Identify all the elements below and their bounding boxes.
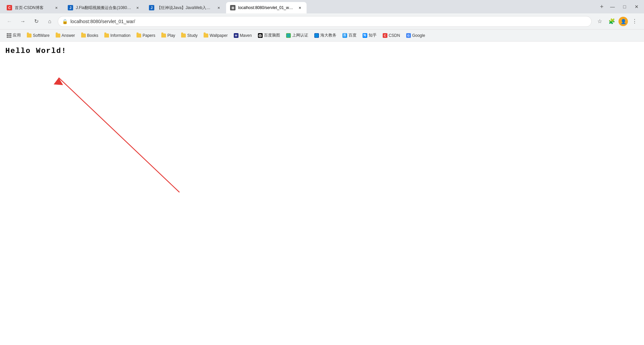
bookmark-bm-zhihu[interactable]: 知知乎 <box>360 31 379 40</box>
toolbar: ← → ↻ ⌂ 🔒 localhost:8080/servlet_01_war/… <box>0 13 644 29</box>
folder-icon <box>161 33 166 38</box>
title-bar: C首页-CSDN博客✕JJ.Fla翻唱视频搬运合集(1080P英...✕J【狂神… <box>0 0 644 13</box>
tab-close-button[interactable]: ✕ <box>216 5 221 10</box>
bookmark-label: Papers <box>143 33 155 38</box>
bookmark-bm-books[interactable]: Books <box>78 32 101 39</box>
bookmark-label: Answer <box>62 33 75 38</box>
bookmark-bm-papers[interactable]: Papers <box>134 32 158 39</box>
bookmark-bm-baidu-map[interactable]: 🐼百度脑图 <box>255 31 283 40</box>
maximize-button[interactable]: □ <box>620 2 629 11</box>
hello-world-text: Hello World! <box>5 47 66 55</box>
browser-tab-tab1[interactable]: C首页-CSDN博客✕ <box>3 2 63 13</box>
annotation-arrow <box>0 42 644 202</box>
bookmark-label: SoftWare <box>33 33 50 38</box>
tab-title: J.Fla翻唱视频搬运合集(1080P英... <box>76 5 132 11</box>
bookmark-label: CSDN <box>389 33 400 38</box>
bookmark-label: Information <box>110 33 130 38</box>
folder-icon <box>137 33 141 38</box>
site-favicon: M <box>234 33 238 38</box>
bookmark-bm-auth[interactable]: 🌐上网认证 <box>283 31 311 40</box>
bookmark-bm-maven[interactable]: MMaven <box>231 32 255 39</box>
bookmark-label: Wallpaper <box>210 33 228 38</box>
bookmark-label: Google <box>412 33 425 38</box>
extensions-button[interactable]: 🧩 <box>606 16 617 27</box>
tab-favicon: C <box>7 5 12 10</box>
browser-tab-tab3[interactable]: J【狂神说Java】JavaWeb入门到...✕ <box>145 2 225 13</box>
apps-grid-icon <box>7 33 11 38</box>
home-button[interactable]: ⌂ <box>44 16 55 27</box>
bookmark-bm-wallpaper[interactable]: Wallpaper <box>201 32 230 39</box>
tab-title: localhost:8080/servlet_01_war... <box>238 5 294 10</box>
bookmark-bm-answer[interactable]: Answer <box>53 32 78 39</box>
tab-title: 【狂神说Java】JavaWeb入门到... <box>157 5 213 11</box>
minimize-button[interactable]: — <box>608 2 617 11</box>
bookmark-bm-study[interactable]: Study <box>178 32 200 39</box>
bookmark-star-button[interactable]: ☆ <box>594 16 605 27</box>
menu-button[interactable]: ⋮ <box>629 16 640 27</box>
bookmark-bm-baidu[interactable]: 百百度 <box>340 31 359 40</box>
bookmark-label: 百度 <box>348 32 357 38</box>
site-favicon: 百 <box>342 33 347 38</box>
folder-icon <box>181 33 186 38</box>
browser-window: C首页-CSDN博客✕JJ.Fla翻唱视频搬运合集(1080P英...✕J【狂神… <box>0 0 644 345</box>
refresh-button[interactable]: ↻ <box>31 16 42 27</box>
tab-favicon: ⊞ <box>230 5 235 10</box>
bookmark-label: Books <box>87 33 98 38</box>
bookmark-bm-haida[interactable]: 🌐海大教务 <box>312 31 339 40</box>
apps-label: 应用 <box>13 32 21 38</box>
back-button[interactable]: ← <box>4 16 15 27</box>
folder-icon <box>204 33 208 38</box>
bookmark-label: 海大教务 <box>320 32 336 38</box>
window-controls: — □ ✕ <box>608 2 641 13</box>
url-display[interactable]: localhost:8080/servlet_01_war/ <box>70 19 587 24</box>
tab-favicon: J <box>149 5 154 10</box>
bookmark-bm-software[interactable]: SoftWare <box>24 32 52 39</box>
address-lock-icon: 🔒 <box>62 19 68 24</box>
page-content: Hello World! <box>0 42 644 345</box>
svg-line-0 <box>59 78 179 192</box>
browser-tab-tab2[interactable]: JJ.Fla翻唱视频搬运合集(1080P英...✕ <box>64 2 144 13</box>
tab-favicon: J <box>68 5 73 10</box>
folder-icon <box>104 33 109 38</box>
site-favicon: 🐼 <box>258 33 263 38</box>
svg-marker-1 <box>54 78 63 85</box>
site-favicon: 知 <box>363 33 367 38</box>
tab-close-button[interactable]: ✕ <box>54 5 59 10</box>
bookmark-label: Study <box>187 33 198 38</box>
bookmark-label: Play <box>167 33 175 38</box>
site-favicon: C <box>383 33 387 38</box>
bookmark-bm-information[interactable]: Information <box>102 32 133 39</box>
new-tab-button[interactable]: + <box>596 1 607 12</box>
avatar-button[interactable]: 👤 <box>619 17 628 26</box>
folder-icon <box>56 33 60 38</box>
site-favicon: G <box>406 33 411 38</box>
tab-close-button[interactable]: ✕ <box>135 5 140 10</box>
toolbar-right-icons: ☆ 🧩 👤 ⋮ <box>594 16 640 27</box>
bookmark-label: 百度脑图 <box>264 32 280 38</box>
site-favicon: 🌐 <box>314 33 319 38</box>
bookmark-label: Maven <box>240 33 252 38</box>
tab-title: 首页-CSDN博客 <box>15 5 51 11</box>
bookmark-bm-google[interactable]: GGoogle <box>404 32 428 39</box>
close-button[interactable]: ✕ <box>632 2 641 11</box>
folder-icon <box>27 33 32 38</box>
site-favicon: 🌐 <box>286 33 291 38</box>
forward-button[interactable]: → <box>17 16 28 27</box>
bookmark-bm-csdn[interactable]: CCSDN <box>380 32 403 39</box>
folder-icon <box>81 33 86 38</box>
apps-button[interactable]: 应用 <box>4 31 23 40</box>
bookmarks-bar: 应用 SoftWareAnswerBooksInformationPapersP… <box>0 29 644 42</box>
browser-tab-tab4[interactable]: ⊞localhost:8080/servlet_01_war...✕ <box>226 2 307 13</box>
bookmark-bm-play[interactable]: Play <box>159 32 178 39</box>
bookmark-label: 知乎 <box>369 32 377 38</box>
bookmark-label: 上网认证 <box>292 32 308 38</box>
tab-close-button[interactable]: ✕ <box>297 5 303 10</box>
address-bar[interactable]: 🔒 localhost:8080/servlet_01_war/ <box>58 16 592 27</box>
